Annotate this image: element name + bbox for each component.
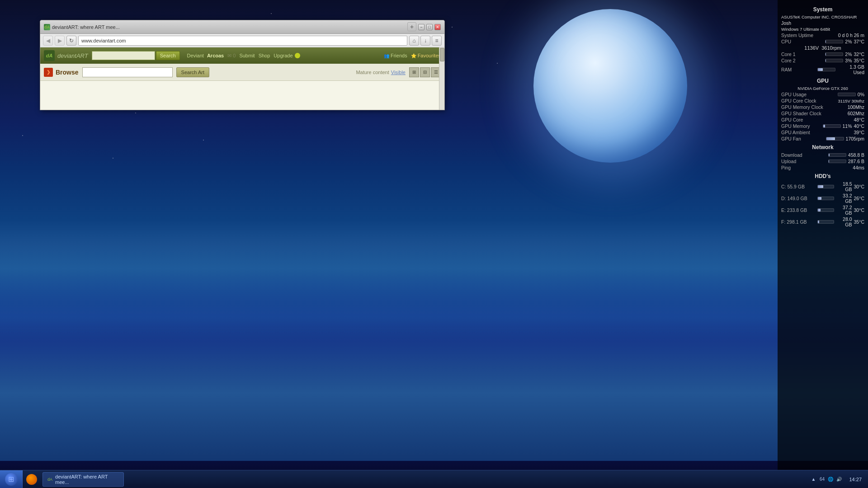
hdd-rows: C: 55.9 GB 18.5 GB 30°C D: 149.0 GB 33.2… [781,181,864,227]
taskbar-favicon: dA [47,477,52,482]
da-art-search-button[interactable]: Search Art [176,67,209,77]
core2-usage: 3% [845,58,852,63]
start-button[interactable]: ⊞ [0,470,23,488]
gpu-fan-bar-fill [826,137,835,140]
taskbar: ⊞ dA deviantART: where ART mee... ▲ 64 🌐… [0,470,868,488]
motherboard-value: ASUSTeK Computer INC. CROSSHAIR [781,14,857,19]
os-row: Windows 7 Ultimate 64Bit [781,27,864,32]
hdd-row: D: 149.0 GB 33.2 GB 26°C [781,193,864,204]
tray-network-icon[interactable]: 🌐 [827,476,834,483]
back-button[interactable]: ◀ [43,36,53,46]
gpu-core-clock-label: GPU Core Clock [781,98,817,103]
da-logo-icon: dA [44,50,55,61]
tray-expand-icon[interactable]: ▲ [810,476,817,483]
minimize-button[interactable]: − [418,24,425,30]
hdd-used: 28.0 GB [836,216,852,227]
hdd-section-title: HDD's [781,173,864,179]
core1-bar [825,52,843,56]
da-logo: dA deviantART [44,50,88,61]
browser-titlebar: dA deviantART: where ART mee... + − □ ✕ [40,20,444,34]
da-browse-label: ❯ Browse [44,68,79,77]
gpu-name: NVIDIA GeForce GTX 260 [781,86,864,91]
da-view-btn-list[interactable]: ⊟ [420,67,430,77]
da-deviant-nav[interactable]: Deviant Arcoas [187,53,224,58]
da-search-input[interactable] [92,51,155,60]
ping-row: Ping 44ms [781,165,864,170]
hdd-used: 37.2 GB [836,205,852,216]
gpu-usage-value: 0% [858,92,864,97]
tray-icons: ▲ 64 🌐 🔊 [808,476,844,483]
cpu-bar-fill [826,40,826,43]
core1-bar-container: 2% 32°C [825,52,864,57]
browser-window: dA deviantART: where ART mee... + − □ ✕ … [40,20,445,110]
browser-navbar: ◀ ▶ ↻ ⌂ ↓ ≡ [40,34,444,47]
firefox-taskbar-button[interactable] [23,470,41,488]
motherboard-row: ASUSTeK Computer INC. CROSSHAIR [781,14,864,19]
ram-value: 1.3 GB Used [837,64,864,75]
taskbar-window-button[interactable]: dA deviantART: where ART mee... [42,472,124,487]
hdd-bar-container: 33.2 GB 26°C [817,193,864,204]
da-mature-content: Mature content Visible [356,70,406,75]
menu-button[interactable]: ≡ [432,36,442,46]
home-button[interactable]: ⌂ [409,36,419,46]
tray-64-icon: 64 [818,476,826,483]
gpu-core-temp-label: GPU Core [781,117,817,122]
gpu-shader-value: 602Mhz [848,111,864,116]
clock-time: 14:27 [849,477,862,482]
hdd-row: E: 233.8 GB 37.2 GB 30°C [781,205,864,216]
os-value: Windows 7 Ultimate 64Bit [781,27,830,32]
refresh-button[interactable]: ↻ [66,36,76,46]
da-submit-nav[interactable]: Submit [239,53,255,58]
da-search-button[interactable]: Search [156,51,180,60]
da-art-search-input[interactable] [82,67,173,77]
hdd-bar [817,197,834,200]
hdd-bar [817,185,834,188]
hdd-bar-fill [818,185,823,188]
upload-row: Upload 287.6 B [781,159,864,164]
core2-label: Core 2 [781,58,817,63]
nav-right-buttons: ⌂ ↓ ≡ [409,36,442,46]
maximize-button[interactable]: □ [426,24,433,30]
da-favourites-button[interactable]: ⭐ Favourites [411,53,441,58]
close-button[interactable]: ✕ [434,24,441,30]
gpu-mem-bar-fill [823,125,825,127]
hdd-drive-label: C: 55.9 GB [781,184,817,189]
da-friends-button[interactable]: 👥 Friends [384,53,407,58]
browser-scrollbar[interactable] [439,47,444,110]
gpu-mem-row: GPU Memory 11% 40°C [781,123,864,129]
taskbar-items: dA deviantART: where ART mee... [41,472,804,487]
windows-logo-icon: ⊞ [8,475,14,483]
uptime-row: System Uptime 0 d 0 h 26 m [781,33,864,38]
browser-tab-title: deviantART: where ART mee... [52,24,406,30]
firefox-icon [26,474,37,485]
hdd-bar [817,220,834,224]
gpu-fan-rpm: 1705rpm [846,136,864,141]
taskbar-window-title: deviantART: where ART mee... [55,474,119,485]
da-mature-visible-link[interactable]: Visible [391,70,406,75]
gpu-ambient-label: GPU Ambient [781,130,817,135]
da-view-btn-grid[interactable]: ⊞ [409,67,419,77]
core2-bar-container: 3% 35°C [825,58,864,63]
tray-volume-icon[interactable]: 🔊 [835,476,843,483]
hdd-drive-label: F: 298.1 GB [781,219,817,225]
da-upgrade-nav[interactable]: Upgrade [274,53,300,58]
da-shop-nav[interactable]: Shop [259,53,270,58]
scrollbar-thumb[interactable] [440,48,444,61]
forward-button[interactable]: ▶ [55,36,65,46]
download-button[interactable]: ↓ [420,36,430,46]
window-controls: − □ ✕ [418,24,441,30]
upload-bar-container: 287.6 B [828,159,864,164]
download-value: 458.8 B [848,152,864,158]
new-tab-button[interactable]: + [407,22,416,31]
ram-bar-container: 1.3 GB Used [817,64,864,75]
system-section-title: System [781,6,864,13]
hdd-bar [817,208,834,212]
core1-row: Core 1 2% 32°C [781,52,864,57]
gpu-mem-bar-container: 11% 40°C [823,123,864,129]
hdd-bar-container: 37.2 GB 30°C [817,205,864,216]
ram-bar [817,68,835,71]
address-bar[interactable] [78,36,407,46]
core1-temp: 32°C [854,52,864,57]
gpu-core-temp-value: 48°C [854,117,864,122]
taskbar-clock[interactable]: 14:27 [846,477,864,482]
